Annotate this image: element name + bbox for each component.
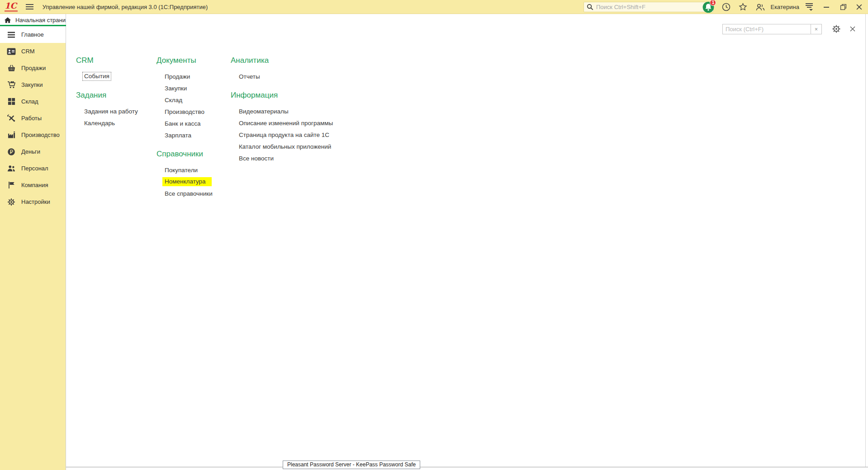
menu-item-link[interactable]: Описание изменений программы xyxy=(239,120,333,127)
cart-icon xyxy=(7,80,16,89)
sidebar-item[interactable]: Склад xyxy=(0,93,66,110)
menu-item: Зарплата xyxy=(157,129,231,141)
sidebar-item-label: Работы xyxy=(21,115,42,122)
menu-item: Отчеты xyxy=(231,70,333,82)
search-clear-button[interactable]: × xyxy=(811,24,822,34)
menu-item: Все справочники xyxy=(157,188,231,199)
sidebar-item[interactable]: Компания xyxy=(0,177,66,193)
taskbar-tooltip: Pleasant Password Server - KeePass Passw… xyxy=(283,461,420,469)
menu-section: ИнформацияВидеоматериалыОписание изменен… xyxy=(231,91,333,164)
sidebar-item-label: Компания xyxy=(21,182,48,188)
close-button[interactable] xyxy=(856,4,863,10)
menu-item-link[interactable]: Каталог мобильных приложений xyxy=(239,143,331,150)
sidebar-item-label: Производство xyxy=(21,132,60,138)
menu-section: ДокументыПродажиЗакупкиСкладПроизводство… xyxy=(157,56,231,141)
menu-column: CRMСобытияЗаданияЗадания на работуКаленд… xyxy=(76,56,157,208)
menu-item-link[interactable]: Видеоматериалы xyxy=(239,108,289,115)
menu-item-link[interactable]: Склад xyxy=(165,97,182,103)
menu-item-link[interactable]: Банк и касса xyxy=(165,120,201,127)
menu-item: Каталог мобильных приложений xyxy=(231,141,333,152)
main-menu-icon[interactable] xyxy=(26,4,33,9)
sidebar-item-label: Настройки xyxy=(21,198,50,205)
discussions-people-icon[interactable] xyxy=(755,3,766,12)
menu-section-header[interactable]: CRM xyxy=(76,56,157,66)
window-bottom-border xyxy=(66,467,868,467)
flag-icon xyxy=(7,181,16,190)
menu-item: Покупатели xyxy=(157,164,231,176)
menu-section-header[interactable]: Документы xyxy=(157,56,231,66)
form-close-icon[interactable] xyxy=(849,25,857,33)
tab-home-page[interactable]: Начальная страни xyxy=(0,14,66,26)
menu-item-link[interactable]: Задания на работу xyxy=(84,108,138,115)
sidebar-item-label: Персонал xyxy=(21,165,48,172)
ruble-icon xyxy=(7,147,16,156)
1c-logo: 1С xyxy=(5,2,18,12)
app-window: { "window": { "logo": "1С", "title": "Уп… xyxy=(0,0,868,470)
titlebar-icons: 1 Екатерина xyxy=(702,0,863,14)
menu-item-link[interactable]: Отчеты xyxy=(239,73,260,80)
factory-icon xyxy=(7,131,16,140)
sidebar-item[interactable]: Работы xyxy=(0,110,66,127)
menu-item-link[interactable]: Все справочники xyxy=(165,190,213,197)
current-user[interactable]: Екатерина xyxy=(770,4,799,10)
functions-menu-icon[interactable] xyxy=(806,3,813,10)
command-menu: CRMСобытияЗаданияЗадания на работуКаленд… xyxy=(76,56,333,208)
global-search-input[interactable] xyxy=(596,4,711,10)
restore-button[interactable] xyxy=(840,4,847,10)
settings-gear-icon[interactable] xyxy=(831,24,841,34)
menu-item-link[interactable]: Продажи xyxy=(165,73,190,80)
menu-item-link[interactable]: Производство xyxy=(165,108,204,115)
menu-item: Номенклатура xyxy=(157,176,231,188)
menu-item-link[interactable]: Страница продукта на сайте 1С xyxy=(239,132,329,138)
menu-section: ЗаданияЗадания на работуКалендарь xyxy=(76,91,157,129)
notifications-icon[interactable]: 1 xyxy=(702,1,714,13)
sidebar-item[interactable]: Настройки xyxy=(0,193,66,210)
gear-icon xyxy=(7,197,16,207)
menu-item: Описание изменений программы xyxy=(231,117,333,129)
history-icon[interactable] xyxy=(721,2,731,12)
sidebar-item-label: CRM xyxy=(21,48,35,55)
menu-item: Страница продукта на сайте 1С xyxy=(231,129,333,141)
sidebar-item[interactable]: Персонал xyxy=(0,160,66,177)
menu-section-header[interactable]: Аналитика xyxy=(231,56,333,66)
people-icon xyxy=(7,164,16,173)
menu-icon xyxy=(7,30,16,39)
menu-item-link[interactable]: Номенклатура xyxy=(162,177,212,186)
menu-item: Задания на работу xyxy=(76,105,157,117)
sidebar-item[interactable]: CRM xyxy=(0,43,66,60)
menu-section-header[interactable]: Задания xyxy=(76,91,157,101)
menu-item-link[interactable]: События xyxy=(82,72,111,81)
menu-item: Календарь xyxy=(76,117,157,129)
menu-item: Склад xyxy=(157,94,231,106)
menu-section-header[interactable]: Информация xyxy=(231,91,333,101)
menu-section-header[interactable]: Справочники xyxy=(157,150,231,160)
sidebar-item[interactable]: Деньги xyxy=(0,143,66,160)
minimize-button[interactable] xyxy=(824,7,829,8)
menu-item: События xyxy=(76,70,157,82)
global-search[interactable] xyxy=(583,2,714,12)
menu-item-link[interactable]: Покупатели xyxy=(165,167,198,174)
sidebar: ГлавноеCRMПродажиЗакупкиСкладРаботыПроиз… xyxy=(0,26,66,470)
menu-item: Продажи xyxy=(157,70,231,82)
menu-item-link[interactable]: Закупки xyxy=(165,85,187,92)
sidebar-item-label: Закупки xyxy=(21,81,43,88)
sidebar-item-label: Главное xyxy=(21,31,44,38)
menu-section: АналитикаОтчеты xyxy=(231,56,333,82)
sidebar-item[interactable]: Продажи xyxy=(0,60,66,76)
menu-item-link[interactable]: Зарплата xyxy=(165,132,191,139)
basket-icon xyxy=(7,64,16,73)
sidebar-item[interactable]: Закупки xyxy=(0,76,66,93)
sidebar-item[interactable]: Главное xyxy=(0,26,66,43)
menu-section: CRMСобытия xyxy=(76,56,157,82)
favorites-star-icon[interactable] xyxy=(738,2,748,12)
menu-item-link[interactable]: Календарь xyxy=(84,120,115,127)
warehouse-icon xyxy=(7,97,16,106)
title-bar: 1С Управление нашей фирмой, редакция 3.0… xyxy=(0,0,868,14)
sidebar-item[interactable]: Производство xyxy=(0,127,66,143)
sidebar-item-label: Продажи xyxy=(21,65,46,71)
local-search-input[interactable] xyxy=(722,24,811,34)
local-search: × xyxy=(722,24,822,34)
home-icon xyxy=(4,17,11,24)
menu-item-link[interactable]: Все новости xyxy=(239,155,274,162)
crm-card-icon xyxy=(7,47,16,56)
